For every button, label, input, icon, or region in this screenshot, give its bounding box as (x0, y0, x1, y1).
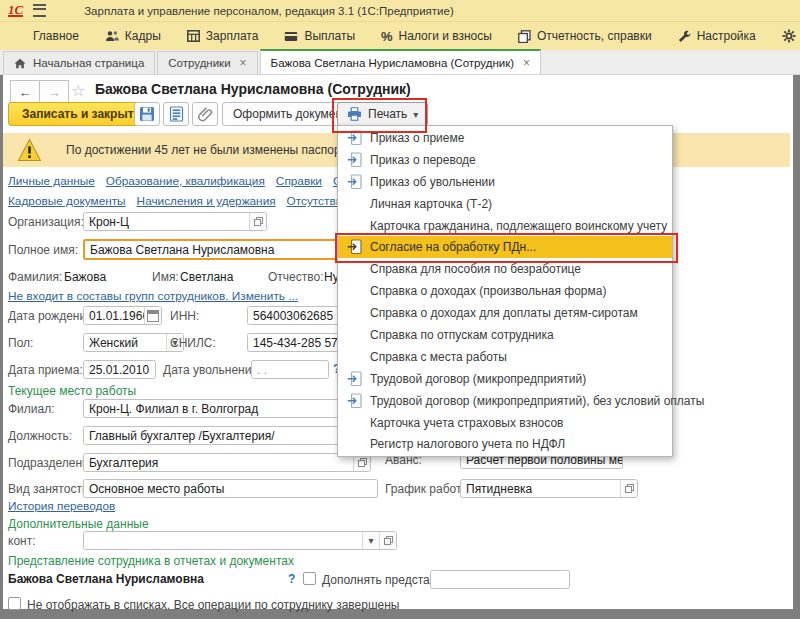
schedule-field[interactable]: Пятидневка (460, 479, 638, 498)
close-icon[interactable] (240, 56, 247, 70)
menu-item-label: Приказ о приеме (370, 131, 464, 145)
menu-item-income-certificate-free-form[interactable]: Справка о доходах (произвольная форма) (338, 280, 672, 302)
warning-icon (17, 138, 42, 162)
menu-item-ndfl-register[interactable]: Регистр налогового учета по НДФЛ (338, 433, 672, 455)
open-button[interactable] (620, 480, 637, 497)
attachments-button[interactable] (192, 102, 218, 126)
position-value: Главный бухгалтер /Бухгалтерия/ (84, 427, 353, 444)
tab-home[interactable]: Начальная страница (3, 51, 155, 74)
wrench-icon (678, 30, 691, 43)
link-personal-data[interactable]: Личные данные (8, 174, 95, 188)
menu-item-income-certificate-orphans[interactable]: Справка о доходах для доплаты детям-сиро… (338, 302, 672, 324)
gender-label: Пол: (8, 336, 33, 350)
cont-field[interactable] (83, 531, 397, 550)
favorite-star-icon[interactable] (71, 81, 85, 100)
journal-button[interactable] (163, 102, 189, 126)
menu-item-workplace-certificate[interactable]: Справка с места работы (338, 346, 672, 368)
menubar-label: Отчетность, справки (537, 29, 652, 43)
current-job-header: Текущее место работы (8, 384, 136, 398)
menu-item-label: Справка для пособия по безработице (370, 262, 581, 276)
gender-value: Женский (84, 334, 166, 351)
employment-value: Основное место работы (84, 480, 377, 497)
department-value: Бухгалтерия (84, 454, 353, 471)
menu-item-labor-contract-no-pay-terms[interactable]: Трудовой договор (микропредприятий), без… (338, 390, 672, 412)
menubar-label: Зарплата (206, 29, 259, 43)
tab-employee-bazhova[interactable]: Бажова Светлана Нурисламовна (Сотрудник) (260, 49, 541, 74)
open-button[interactable] (379, 532, 396, 549)
open-icon (254, 217, 263, 226)
menubar-item-reports[interactable]: Отчетность, справки (505, 22, 665, 50)
menu-item-vacation-certificate[interactable]: Справка по отпускам сотрудника (338, 324, 672, 346)
menu-item-personal-data-consent[interactable]: Согласие на обработку ПДн... (338, 236, 672, 258)
groups-change-link[interactable]: Не входит в составы групп сотрудников. И… (8, 289, 298, 303)
dropdown-button[interactable] (362, 532, 379, 549)
link-certificates[interactable]: Справки (276, 174, 322, 188)
menu-item-label: Трудовой договор (микропредприятий) (370, 372, 586, 386)
menubar-item-main[interactable]: Главное (20, 22, 92, 50)
calendar-icon (147, 310, 159, 322)
menu-item-transfer-order[interactable]: Приказ о переводе (338, 149, 672, 171)
menubar-item-administration[interactable]: Администрирование (769, 22, 800, 50)
menu-item-label: Справка по отпускам сотрудника (370, 328, 554, 342)
position-field[interactable]: Главный бухгалтер /Бухгалтерия/ (83, 426, 371, 445)
paperclip-icon (198, 107, 213, 122)
menu-item-labor-contract[interactable]: Трудовой договор (микропредприятий) (338, 368, 672, 390)
menu-item-unemployment-certificate[interactable]: Справка для пособия по безработице (338, 258, 672, 280)
link-education[interactable]: Образование, квалификация (106, 174, 265, 188)
forward-button[interactable] (39, 80, 69, 104)
tab-employees[interactable]: Сотрудники (157, 51, 257, 74)
append-presentation-checkbox[interactable] (303, 572, 316, 585)
print-button[interactable]: Печать (337, 102, 428, 126)
organization-label: Организация: (8, 215, 84, 229)
menu-item-personal-card[interactable]: Личная карточка (Т-2) (338, 193, 672, 215)
link-accruals[interactable]: Начисления и удержания (137, 194, 276, 208)
branch-field[interactable]: Крон-Ц. Филиал в г. Волгоград (83, 399, 371, 418)
button-label: Печать (368, 107, 407, 121)
menubar-item-payments[interactable]: Выплаты (271, 22, 368, 50)
save-and-close-button[interactable]: Записать и закрыть (8, 102, 155, 126)
open-icon (625, 484, 634, 493)
help-icon[interactable] (288, 572, 295, 586)
full-name-label: Полное имя: (8, 243, 78, 257)
menu-item-label: Трудовой договор (микропредприятий), без… (370, 394, 704, 408)
menubar-item-personnel[interactable]: Кадры (92, 22, 174, 50)
branch-value: Крон-Ц. Филиал в г. Волгоград (84, 400, 353, 417)
menu-item-dismissal-order[interactable]: Приказ об увольнении (338, 171, 672, 193)
open-button[interactable] (249, 213, 266, 230)
menu-item-label: Приказ о переводе (370, 153, 476, 167)
gender-field[interactable]: Женский (83, 333, 184, 352)
main-menu-icon[interactable] (33, 4, 46, 17)
1c-logo: 1С (8, 4, 23, 17)
menubar-label: Главное (33, 29, 79, 43)
save-button[interactable] (134, 102, 160, 126)
menu-item-military-card[interactable]: Карточка гражданина, подлежащего воинско… (338, 215, 672, 237)
menu-item-insurance-card[interactable]: Карточка учета страховых взносов (338, 412, 672, 434)
dismissal-date-field[interactable]: . . (251, 360, 329, 379)
position-label: Должность: (8, 429, 72, 443)
department-field[interactable]: Бухгалтерия (83, 453, 371, 472)
hire-date-field[interactable]: 25.01.2010 (83, 360, 156, 379)
menu-item-hire-order[interactable]: Приказ о приеме (338, 127, 672, 149)
tab-label: Бажова Светлана Нурисламовна (Сотрудник) (271, 57, 514, 69)
transfers-history-link[interactable]: История переводов (8, 499, 115, 513)
append-presentation-field[interactable] (430, 570, 570, 589)
menu-item-label: Справка о доходах для доплаты детям-сиро… (370, 306, 638, 320)
menubar-item-settings[interactable]: Настройка (665, 22, 769, 50)
dismissal-date-value: . . (252, 361, 328, 378)
employment-field[interactable]: Основное место работы (83, 479, 378, 498)
menubar-label: Кадры (125, 29, 161, 43)
presentation-value: Бажова Светлана Нурисламовна (8, 572, 204, 586)
calendar-button[interactable] (144, 307, 161, 324)
hide-in-lists-checkbox[interactable] (8, 597, 21, 610)
tab-label: Сотрудники (168, 57, 230, 69)
birth-date-field[interactable]: 01.01.1966 (83, 306, 162, 325)
menubar-item-salary[interactable]: Зарплата (174, 22, 272, 50)
organization-field[interactable]: Крон-Ц (83, 212, 267, 231)
print-dropdown-menu: Приказ о приеме Приказ о переводе Приказ… (337, 125, 673, 457)
gear-icon (782, 29, 796, 43)
menubar-item-taxes[interactable]: % Налоги и взносы (368, 22, 505, 50)
link-hr-documents[interactable]: Кадровые документы (8, 194, 126, 208)
close-icon[interactable] (523, 56, 530, 70)
menu-item-label: Регистр налогового учета по НДФЛ (370, 437, 565, 451)
back-button[interactable] (10, 80, 39, 104)
